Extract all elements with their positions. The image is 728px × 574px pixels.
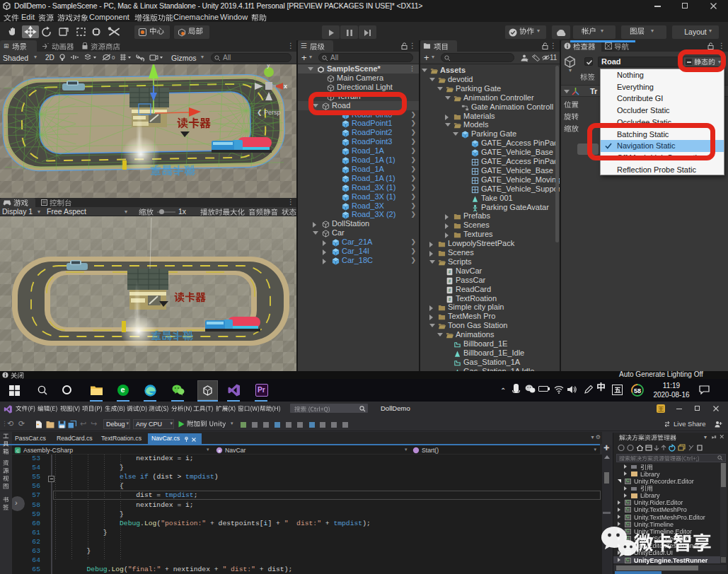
svg-text:#: # [449,279,451,283]
svg-text:#: # [449,288,451,293]
svg-text:58: 58 [634,387,641,394]
svg-text:#: # [449,297,451,302]
svg-text:0: 0 [112,54,115,61]
svg-text:#: # [449,269,451,274]
svg-text:❮ Persp: ❮ Persp [257,109,281,117]
svg-text:y: y [267,64,270,69]
svg-text:C: C [16,448,19,452]
svg-text:x: x [284,83,287,90]
